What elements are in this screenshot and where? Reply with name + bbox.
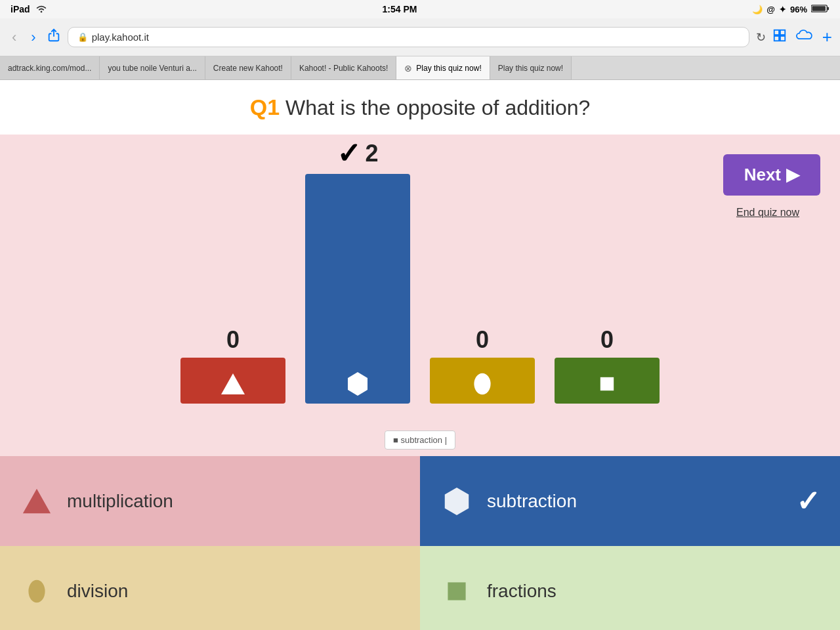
svg-rect-2 [827, 7, 829, 10]
svg-rect-15 [448, 582, 465, 600]
tab-youtube[interactable]: you tube noile Venturi a... [100, 56, 205, 79]
svg-marker-9 [348, 372, 368, 396]
browser-actions: + [772, 27, 832, 47]
svg-point-14 [28, 579, 45, 602]
svg-marker-12 [23, 488, 51, 513]
chart-area: 0 ✓ 2 0 [20, 154, 820, 404]
status-bar: iPad 1:54 PM 🌙 @ ✦ 96% [0, 0, 840, 18]
tab-close-icon[interactable]: ⊗ [404, 63, 412, 74]
main-content: Next ▶ End quiz now 0 ✓ 2 [0, 135, 840, 456]
svg-point-0 [40, 10, 42, 12]
location-icon: @ [766, 5, 775, 14]
battery-label: 96% [790, 5, 807, 14]
browser-chrome: ‹ › 🔒 play.kahoot.it ↻ + [0, 18, 840, 56]
tooltip-hint: ■ subtraction | [385, 430, 455, 450]
svg-rect-6 [774, 36, 779, 41]
tab-label: you tube noile Venturi a... [108, 64, 196, 73]
tab-play-quiz-active[interactable]: ⊗ Play this quiz now! [396, 56, 490, 79]
answer-multiplication-text: multiplication [67, 491, 173, 512]
answer-icon-hexagon [440, 484, 474, 518]
next-button[interactable]: Next ▶ [723, 154, 820, 196]
new-tab-button[interactable]: + [822, 27, 832, 47]
question-header: Q1 What is the opposite of addition? [0, 80, 840, 135]
bar-blue-wrapper [305, 174, 410, 404]
bar-green-count: 0 [600, 326, 614, 354]
answer-icon-square [440, 574, 474, 608]
time-display: 1:54 PM [382, 4, 417, 14]
address-bar[interactable]: 🔒 play.kahoot.it [68, 27, 749, 47]
next-arrow-icon: ▶ [786, 165, 799, 185]
next-label: Next [744, 165, 781, 185]
bar-blue [305, 174, 410, 364]
tab-label: adtrack.king.com/mod... [8, 64, 91, 73]
answer-division-text: division [67, 581, 128, 602]
tab-play-quiz-2[interactable]: Play this quiz now! [490, 56, 572, 79]
back-button[interactable]: ‹ [8, 26, 20, 49]
device-label: iPad [10, 4, 30, 14]
bar-blue-column: ✓ 2 [305, 136, 410, 404]
triangle-icon [220, 371, 246, 397]
wifi-icon [35, 4, 47, 15]
bar-red-count: 0 [226, 326, 240, 354]
refresh-button[interactable]: ↻ [756, 30, 766, 45]
square-icon [596, 373, 618, 395]
bar-green-column: 0 [555, 326, 660, 404]
circle-icon [471, 372, 494, 396]
answer-multiplication[interactable]: multiplication [0, 456, 420, 546]
svg-rect-11 [600, 377, 614, 390]
answer-subtraction[interactable]: subtraction ✓ [420, 456, 840, 546]
bar-yellow-column: 0 [430, 326, 535, 404]
question-number: Q1 [250, 94, 280, 119]
battery-icon [811, 4, 830, 15]
moon-icon: 🌙 [752, 5, 763, 14]
answer-division[interactable]: division [0, 546, 420, 630]
tabs-bar: adtrack.king.com/mod... you tube noile V… [0, 56, 840, 80]
status-right: 🌙 @ ✦ 96% [752, 4, 830, 15]
share-button[interactable] [47, 28, 61, 46]
tooltip-text: ■ subtraction | [393, 435, 447, 445]
bar-red-column: 0 [180, 326, 285, 404]
tab-create-kahoot[interactable]: Create new Kahoot! [205, 56, 291, 79]
bar-green-wrapper [555, 358, 660, 404]
bar-yellow-count: 0 [476, 326, 489, 354]
bar-red-bottom [180, 364, 285, 404]
svg-rect-7 [780, 36, 785, 41]
lock-icon: 🔒 [77, 32, 88, 42]
end-quiz-link[interactable]: End quiz now [715, 207, 820, 219]
answers-grid: multiplication subtraction ✓ division fr… [0, 456, 840, 630]
tab-label: Kahoot! - Public Kahoots! [299, 64, 388, 73]
answer-icon-triangle [20, 484, 54, 518]
icloud-button[interactable] [796, 29, 813, 45]
svg-marker-8 [221, 373, 245, 394]
answer-subtraction-text: subtraction [487, 491, 577, 512]
tab-label: Play this quiz now! [498, 64, 563, 73]
bluetooth-icon: ✦ [779, 5, 786, 14]
svg-rect-3 [812, 6, 826, 10]
bar-yellow [430, 358, 535, 364]
status-left: iPad [10, 4, 47, 15]
answer-icon-circle [20, 574, 54, 608]
question-text: What is the opposite of addition? [280, 96, 590, 119]
bar-blue-bottom [305, 364, 410, 404]
tab-label: Create new Kahoot! [213, 64, 283, 73]
hexagon-icon [345, 371, 371, 397]
bar-yellow-bottom [430, 364, 535, 404]
answer-correct-checkmark: ✓ [796, 484, 820, 518]
svg-rect-5 [780, 30, 785, 35]
checkmark-above-bar: ✓ [337, 136, 361, 170]
bar-green [555, 358, 660, 364]
svg-point-10 [474, 373, 490, 394]
svg-rect-4 [774, 30, 779, 35]
bar-yellow-wrapper [430, 358, 535, 404]
forward-button[interactable]: › [27, 26, 39, 49]
bar-red-wrapper [180, 358, 285, 404]
tab-public-kahoots[interactable]: Kahoot! - Public Kahoots! [291, 56, 396, 79]
answer-fractions-text: fractions [487, 581, 556, 602]
bar-green-bottom [555, 364, 660, 404]
tab-overview-button[interactable] [772, 28, 787, 46]
tab-label: Play this quiz now! [416, 64, 481, 73]
url-text: play.kahoot.it [92, 32, 149, 43]
answer-fractions[interactable]: fractions [420, 546, 840, 630]
tab-adtrack[interactable]: adtrack.king.com/mod... [0, 56, 100, 79]
bar-red [180, 358, 285, 364]
